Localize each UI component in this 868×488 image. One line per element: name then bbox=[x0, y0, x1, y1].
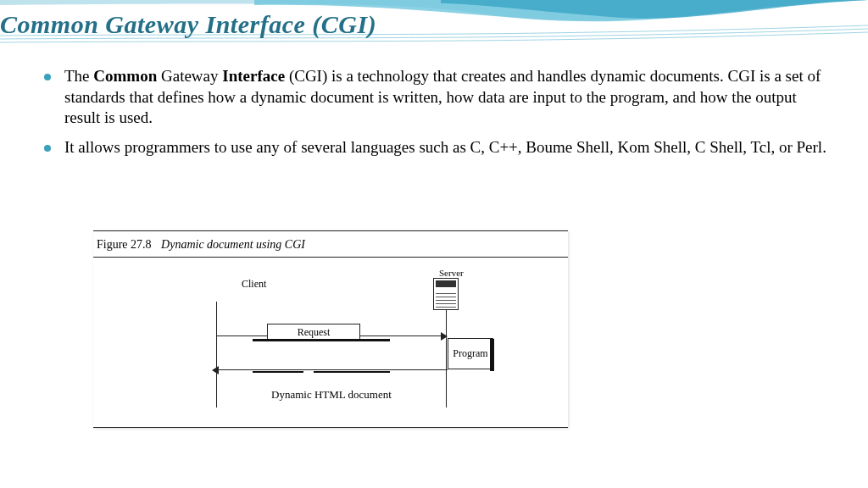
slide-title: Common Gateway Interface (CGI) bbox=[0, 10, 376, 39]
slide-content: The Common Gateway Interface (CGI) is a … bbox=[42, 66, 834, 167]
response-payload-bar-1 bbox=[253, 371, 303, 373]
bullet-list: The Common Gateway Interface (CGI) is a … bbox=[42, 66, 834, 158]
program-box: Program bbox=[448, 338, 493, 369]
response-payload-bar-2 bbox=[314, 371, 390, 373]
text-bold: Common bbox=[93, 67, 157, 85]
bullet-item-2: It allows programmers to use any of seve… bbox=[42, 137, 834, 158]
figure-number: Figure 27.8 bbox=[97, 238, 152, 251]
response-arrowhead-icon bbox=[212, 366, 219, 374]
server-icon bbox=[433, 278, 459, 310]
request-payload-bar bbox=[253, 339, 390, 341]
program-activation-bar bbox=[490, 339, 494, 371]
text-bold: Interface bbox=[222, 67, 285, 85]
figure-caption: Figure 27.8 Dynamic document using CGI bbox=[93, 231, 568, 258]
text-fragment: The bbox=[64, 67, 93, 85]
figure-box: Figure 27.8 Dynamic document using CGI C… bbox=[93, 230, 568, 428]
client-label: Client bbox=[242, 278, 266, 291]
bullet-item-1: The Common Gateway Interface (CGI) is a … bbox=[42, 66, 834, 129]
server-lifeline bbox=[446, 310, 447, 408]
text-fragment: Gateway bbox=[157, 67, 222, 85]
figure-description: Dynamic document using CGI bbox=[161, 238, 305, 251]
sequence-diagram: Client Server Request Program Dynamic HT… bbox=[93, 258, 568, 427]
response-arrow-line bbox=[217, 369, 448, 370]
server-label: Server bbox=[439, 268, 464, 278]
client-lifeline bbox=[216, 302, 217, 408]
dynamic-document-label: Dynamic HTML document bbox=[271, 388, 392, 402]
request-arrowhead-icon bbox=[441, 332, 448, 341]
